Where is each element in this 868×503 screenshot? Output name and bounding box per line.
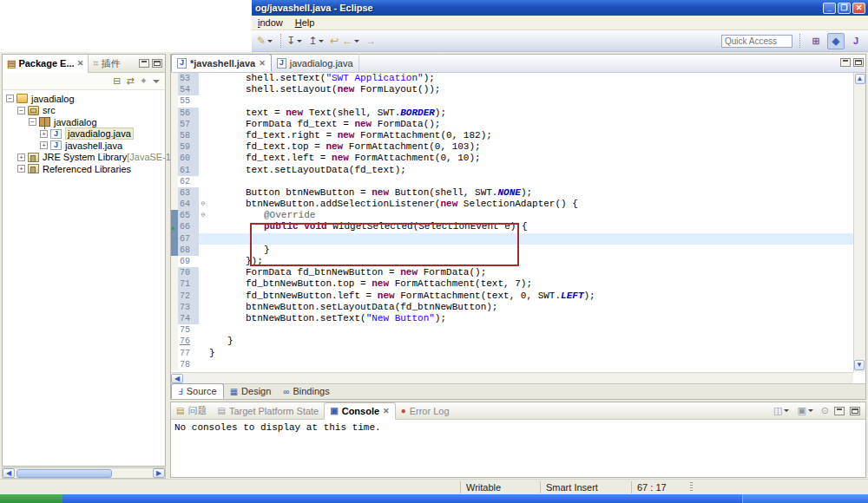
tree-item-javadialog[interactable]: −javadialog bbox=[3, 93, 165, 105]
minimize-editor-button[interactable] bbox=[840, 58, 851, 67]
console-tab-error-log[interactable]: ●Error Log bbox=[396, 402, 455, 420]
editor-tab-javashell-java[interactable]: *javashell.java✕ bbox=[171, 54, 272, 72]
minimize-view-button[interactable] bbox=[139, 59, 149, 68]
tab-plugins[interactable]: ⌗ 插件 bbox=[89, 55, 124, 73]
tree-item-javadialog-java[interactable]: +javadialog.java bbox=[3, 128, 165, 140]
code-line-67[interactable]: 67 bbox=[171, 233, 853, 245]
code-line-65[interactable]: 65⊖@Override bbox=[171, 210, 853, 221]
minimize-console-button[interactable] bbox=[834, 407, 845, 415]
tab-design[interactable]: ▦Design bbox=[224, 383, 278, 399]
tree-item-javadialog[interactable]: −javadialog bbox=[3, 116, 165, 128]
code-line-60[interactable]: 60fd_text.left = new FormAttachment(0, 1… bbox=[171, 153, 853, 164]
collapse-icon[interactable]: − bbox=[6, 95, 14, 102]
code-line-75[interactable]: 75 bbox=[171, 324, 853, 336]
minimize-window-button[interactable]: _ bbox=[823, 3, 836, 14]
dropdown-arrow-icon[interactable] bbox=[808, 409, 813, 412]
console-tab-console[interactable]: ▣Console✕ bbox=[324, 402, 395, 420]
close-window-button[interactable]: ✕ bbox=[852, 3, 865, 14]
code-line-61[interactable]: 61text.setLayoutData(fd_text); bbox=[171, 165, 853, 176]
package-explorer-hscrollbar[interactable]: ◀ ▶ bbox=[2, 467, 166, 479]
code-line-71[interactable]: 71fd_btnNewButton.top = new FormAttachme… bbox=[171, 278, 853, 290]
statusbar-drag-handle[interactable] bbox=[690, 482, 693, 493]
expand-icon[interactable]: + bbox=[17, 165, 25, 173]
windows-taskbar[interactable] bbox=[0, 494, 868, 503]
tree-item-referenced-libraries[interactable]: +Referenced Libraries bbox=[3, 163, 165, 175]
code-line-53[interactable]: 53shell.setText("SWT Application"); bbox=[171, 73, 853, 84]
code-line-64[interactable]: 64⊖btnNewButton.addSelectionListener(new… bbox=[171, 199, 853, 210]
code-line-73[interactable]: 73btnNewButton.setLayoutData(fd_btnNewBu… bbox=[171, 302, 853, 313]
start-button[interactable] bbox=[0, 494, 62, 503]
code-line-72[interactable]: 72fd_btnNewButton.left = new FormAttachm… bbox=[171, 291, 853, 302]
code-line-58[interactable]: 58fd_text.right = new FormAttachment(0, … bbox=[171, 130, 853, 141]
console-tab-target-platform-state[interactable]: ▤Target Platform State bbox=[212, 402, 324, 420]
last-edit-location-icon[interactable]: ↩ bbox=[328, 33, 340, 49]
tree-item-javashell-java[interactable]: +javashell.java bbox=[3, 140, 165, 152]
open-perspective-icon[interactable]: ⊞ bbox=[807, 33, 825, 49]
tab-bindings[interactable]: ∞Bindings bbox=[277, 383, 335, 399]
collapse-icon[interactable]: − bbox=[29, 118, 36, 126]
code-line-57[interactable]: 57FormData fd_text = new FormData(); bbox=[171, 119, 853, 130]
dropdown-arrow-icon[interactable] bbox=[784, 409, 789, 412]
editor-hscrollbar[interactable]: ◀ bbox=[171, 372, 853, 383]
expand-icon[interactable]: + bbox=[40, 130, 48, 138]
view-menu-icon[interactable] bbox=[153, 80, 160, 83]
dropdown-arrow-icon[interactable] bbox=[354, 40, 359, 42]
link-with-editor-icon[interactable]: ⇄ bbox=[127, 75, 135, 87]
code-line-69[interactable]: 69}); bbox=[171, 256, 853, 267]
fold-collapse-icon[interactable]: ⊖ bbox=[199, 199, 207, 210]
code-editor[interactable]: 53shell.setText("SWT Application");54she… bbox=[171, 73, 853, 372]
expand-icon[interactable]: + bbox=[40, 141, 48, 149]
maximize-console-button[interactable] bbox=[850, 407, 860, 415]
close-tab-icon[interactable]: ✕ bbox=[383, 407, 390, 415]
focus-icon[interactable]: ✦ bbox=[140, 75, 148, 87]
code-line-56[interactable]: 56text = new Text(shell, SWT.BORDER); bbox=[171, 108, 853, 119]
expand-icon[interactable]: + bbox=[17, 154, 25, 161]
code-line-70[interactable]: 70FormData fd_btnNewButton = new FormDat… bbox=[171, 267, 853, 278]
code-line-76[interactable]: 76} bbox=[171, 336, 853, 347]
scroll-down-icon[interactable]: ▼ bbox=[854, 360, 865, 370]
code-line-74[interactable]: 74btnNewButton.setText("New Button"); bbox=[171, 313, 853, 324]
collapse-all-icon[interactable]: ⊟ bbox=[113, 75, 121, 87]
console-tab-问题[interactable]: ▤问题 bbox=[171, 402, 212, 420]
close-tab-icon[interactable]: ✕ bbox=[259, 59, 266, 68]
menu-item-help[interactable]: Help bbox=[289, 16, 321, 29]
fold-collapse-icon[interactable]: ⊖ bbox=[199, 210, 207, 221]
code-line-63[interactable]: 63Button btnNewButton = new Button(shell… bbox=[171, 187, 853, 199]
windowbuilder-perspective-button[interactable]: ◈ bbox=[827, 33, 845, 49]
code-line-68[interactable]: 68} bbox=[171, 245, 853, 256]
tree-item-jre-system-library[interactable]: +JRE System Library [JavaSE-1. bbox=[3, 152, 165, 164]
dropdown-arrow-icon[interactable] bbox=[297, 40, 302, 42]
quick-access-input[interactable] bbox=[721, 35, 792, 48]
editor-tab-javadialog-java[interactable]: javadialog.java bbox=[272, 54, 359, 72]
back-icon[interactable]: ← bbox=[340, 33, 364, 49]
editor-vscrollbar[interactable]: ▲ ▼ bbox=[853, 73, 865, 372]
scroll-up-icon[interactable]: ▲ bbox=[855, 74, 865, 84]
pin-console-icon[interactable]: ⊙ bbox=[821, 405, 829, 416]
code-line-59[interactable]: 59fd_text.top = new FormAttachment(0, 10… bbox=[171, 141, 853, 153]
maximize-view-button[interactable] bbox=[152, 59, 162, 68]
dropdown-arrow-icon[interactable] bbox=[267, 40, 273, 42]
code-line-78[interactable]: 78 bbox=[171, 359, 853, 370]
next-annotation-icon[interactable]: ↧ bbox=[285, 33, 306, 49]
open-console-icon[interactable]: ◫ bbox=[773, 405, 792, 416]
menu-item-indow[interactable]: indow bbox=[252, 16, 289, 29]
forward-icon[interactable]: → bbox=[364, 33, 378, 49]
tab-package-explorer[interactable]: ▤ Package E... ✕ bbox=[3, 55, 89, 73]
code-line-54[interactable]: 54shell.setLayout(new FormLayout()); bbox=[171, 84, 853, 95]
java-perspective-button[interactable]: J bbox=[847, 33, 865, 49]
scrollbar-thumb[interactable] bbox=[16, 469, 112, 478]
scroll-left-icon[interactable]: ◀ bbox=[171, 374, 183, 383]
maximize-editor-button[interactable] bbox=[853, 58, 864, 67]
scroll-right-icon[interactable]: ▶ bbox=[153, 468, 165, 478]
previous-annotation-icon[interactable]: ↥ bbox=[306, 33, 328, 49]
collapse-icon[interactable]: − bbox=[17, 107, 25, 114]
restore-window-button[interactable]: ❐ bbox=[838, 3, 851, 14]
code-line-62[interactable]: 62 bbox=[171, 176, 853, 187]
code-line-77[interactable]: 77} bbox=[171, 348, 853, 359]
display-selected-console-icon[interactable]: ▣ bbox=[797, 405, 815, 416]
code-line-55[interactable]: 55 bbox=[171, 95, 853, 107]
close-tab-icon[interactable]: ✕ bbox=[77, 59, 84, 68]
tree-item-src[interactable]: −src bbox=[3, 105, 165, 117]
tab-source[interactable]: ℲSource bbox=[171, 383, 224, 399]
scroll-left-icon[interactable]: ◀ bbox=[3, 468, 15, 478]
